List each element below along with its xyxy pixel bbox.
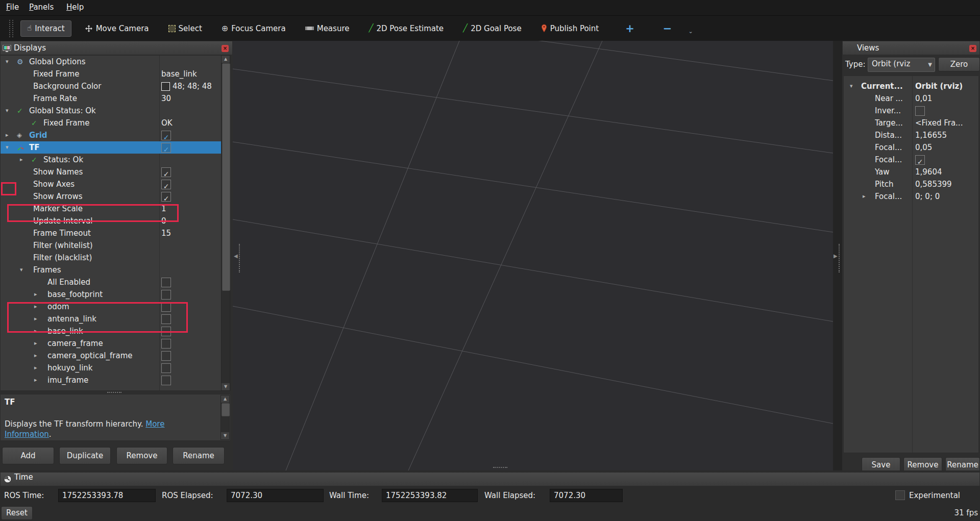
display-row-frame-rate[interactable]: Frame Rate30 [1, 92, 230, 105]
checkbox-checked[interactable]: ✓ [161, 167, 171, 177]
add-button[interactable]: Add [2, 447, 54, 464]
menu-item-file[interactable]: File [6, 3, 19, 12]
views-row-value[interactable]: <Fixed Fra... [915, 117, 963, 129]
close-icon[interactable]: × [222, 45, 229, 52]
display-row-base-footprint[interactable]: ▸base_footprint [1, 288, 230, 301]
view-type-dropdown[interactable]: Orbit (rviz ▼ [868, 58, 935, 72]
time-panel-header[interactable] [0, 472, 980, 486]
display-row-global-status-ok[interactable]: ▾✓Global Status: Ok [1, 105, 230, 117]
scroll-down-icon[interactable]: ▼ [221, 432, 229, 439]
remove-tool-button[interactable]: − [663, 22, 672, 35]
right-splitter-handle[interactable] [839, 244, 840, 272]
views-row-6-focal[interactable]: Focal...✓ [844, 154, 978, 166]
checkbox-checked[interactable]: ✓ [915, 155, 925, 165]
display-row-frame-timeout[interactable]: Frame Timeout15 [1, 227, 230, 239]
display-row-show-arrows[interactable]: Show Arrows✓ [1, 190, 230, 203]
collapse-left-icon[interactable]: ◀ [234, 253, 238, 259]
tool-move-camera[interactable]: Move Camera [79, 21, 155, 36]
time-field-value-wall-elapsed[interactable]: 7072.30 [550, 489, 623, 502]
reset-button[interactable]: Reset [1, 506, 33, 520]
property-value[interactable]: 15 [161, 227, 171, 239]
color-swatch[interactable] [161, 82, 170, 91]
3d-viewport[interactable] [233, 41, 833, 470]
checkbox-checked[interactable]: ✓ [161, 131, 171, 140]
views-row-value[interactable]: Orbit (rviz) [915, 80, 963, 92]
views-panel-header[interactable]: Views × [842, 41, 980, 55]
time-field-value-ros-time[interactable]: 1752253393.78 [58, 489, 156, 502]
tool-publish-point[interactable]: Publish Point [535, 21, 605, 36]
expand-arrow-icon[interactable]: ▾ [20, 264, 23, 276]
collapse-arrow-icon[interactable]: ▸ [34, 362, 37, 374]
splitter-handle[interactable] [107, 392, 121, 393]
views-row-value[interactable]: 0,05 [915, 141, 932, 154]
views-row-8-pitch[interactable]: Pitch0,585399 [844, 178, 978, 190]
views-row-value[interactable]: 1,16655 [915, 129, 947, 141]
collapse-arrow-icon[interactable]: ▸ [34, 288, 37, 301]
expand-arrow-icon[interactable]: ▾ [850, 80, 853, 92]
tool-measure[interactable]: Measure [299, 21, 356, 36]
display-row-tf[interactable]: ▾TF✓ [1, 141, 230, 154]
display-row-hokuyo-link[interactable]: ▸hokuyo_link [1, 362, 230, 374]
close-icon[interactable]: × [969, 45, 976, 52]
display-row-camera-frame[interactable]: ▸camera_frame [1, 337, 230, 350]
scroll-up-icon[interactable]: ▲ [222, 56, 230, 63]
collapse-arrow-icon[interactable]: ▸ [34, 374, 37, 386]
checkbox-unchecked[interactable] [161, 376, 171, 385]
left-splitter-handle[interactable] [239, 244, 240, 272]
collapse-arrow-icon[interactable]: ▸ [6, 129, 9, 141]
description-scrollbar[interactable]: ▲ ▼ [220, 395, 230, 440]
views-row-3-targe[interactable]: Targe...<Fixed Fra... [844, 117, 978, 129]
checkbox-unchecked[interactable] [161, 290, 171, 300]
views-row-4-dista[interactable]: Dista...1,16655 [844, 129, 978, 141]
display-row-fixed-frame[interactable]: ✓Fixed FrameOK [1, 117, 230, 129]
display-row-show-axes[interactable]: Show Axes✓ [1, 178, 230, 190]
remove-button[interactable]: Remove [116, 447, 167, 464]
tool-2d-goal-pose[interactable]: ╱2D Goal Pose [457, 21, 528, 36]
tool-select[interactable]: Select [162, 21, 208, 36]
display-row-filter-blacklist[interactable]: Filter (blacklist) [1, 252, 230, 264]
time-field-value-wall-time[interactable]: 1752253393.82 [382, 489, 478, 502]
expand-arrow-icon[interactable]: ▾ [6, 105, 9, 117]
menu-item-panels[interactable]: Panels [29, 3, 54, 12]
views-row-value[interactable]: 0,585399 [915, 178, 952, 190]
checkbox-unchecked[interactable] [161, 351, 171, 361]
property-value[interactable]: 30 [161, 92, 171, 105]
views-row-0-current[interactable]: ▾Current...Orbit (rviz) [844, 80, 978, 92]
display-row-status-ok[interactable]: ▸✓Status: Ok [1, 154, 230, 166]
views-row-1-near[interactable]: Near ...0,01 [844, 92, 978, 105]
checkbox-unchecked[interactable] [915, 106, 925, 116]
views-row-2-inver[interactable]: Inver... [844, 105, 978, 117]
rename-button[interactable]: Rename [173, 447, 225, 464]
checkbox-unchecked[interactable] [161, 363, 171, 373]
collapse-arrow-icon[interactable]: ▸ [20, 154, 23, 166]
bottom-splitter-handle[interactable] [493, 467, 507, 468]
zero-button[interactable]: Zero [938, 57, 980, 71]
display-row-imu-frame[interactable]: ▸imu_frame [1, 374, 230, 386]
menu-item-help[interactable]: Help [66, 3, 84, 12]
displays-panel-header[interactable]: Displays × [0, 41, 233, 55]
scrollbar-thumb[interactable] [222, 63, 230, 291]
display-row-grid[interactable]: ▸◈Grid✓ [1, 129, 230, 141]
color-value[interactable]: 48; 48; 48 [173, 80, 213, 92]
experimental-checkbox[interactable] [895, 490, 905, 500]
views-row-value[interactable]: 0,01 [915, 92, 932, 105]
collapse-arrow-icon[interactable]: ▸ [34, 337, 37, 350]
toolbar-overflow-icon[interactable]: ⌄ [688, 28, 693, 35]
tool-interact[interactable]: ☝Interact [20, 20, 71, 37]
display-row-frames[interactable]: ▾Frames [1, 264, 230, 276]
display-row-background-color[interactable]: Background Color48; 48; 48 [1, 80, 230, 92]
property-value[interactable]: OK [161, 117, 173, 129]
scroll-down-icon[interactable]: ▼ [222, 383, 230, 390]
display-row-show-names[interactable]: Show Names✓ [1, 166, 230, 178]
time-field-value-ros-elapsed[interactable]: 7072.30 [227, 489, 324, 502]
tool-focus-camera[interactable]: ⊕Focus Camera [215, 21, 292, 36]
checkbox-checked[interactable]: ✓ [161, 180, 171, 189]
scroll-up-icon[interactable]: ▲ [221, 395, 229, 403]
views-row-7-yaw[interactable]: Yaw1,9604 [844, 166, 978, 178]
display-row-global-options[interactable]: ▾⚙Global Options [1, 56, 230, 68]
add-tool-button[interactable]: + [625, 22, 634, 35]
display-row-filter-whitelist[interactable]: Filter (whitelist) [1, 239, 230, 252]
views-row-value[interactable]: 0; 0; 0 [915, 190, 940, 203]
views-row-value[interactable]: 1,9604 [915, 166, 942, 178]
display-row-all-enabled[interactable]: All Enabled [1, 276, 230, 288]
